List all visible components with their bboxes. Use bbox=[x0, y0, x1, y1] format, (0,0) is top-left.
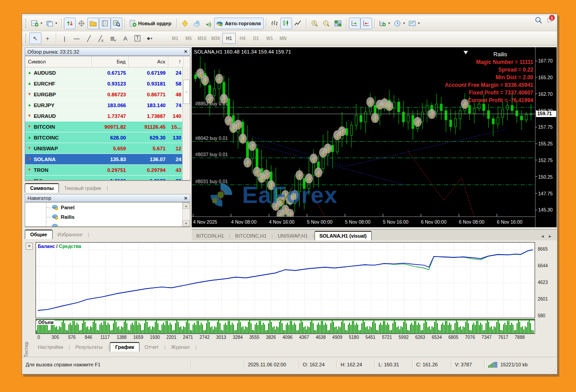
column-header-[interactable]: ! bbox=[168, 56, 184, 67]
channel-tool-button[interactable]: ╱E bbox=[95, 32, 107, 44]
bar-chart-button[interactable] bbox=[269, 18, 280, 29]
new-chart-button[interactable]: ▾ bbox=[29, 18, 44, 29]
resize-grip[interactable] bbox=[551, 368, 557, 374]
close-icon[interactable]: ✕ bbox=[184, 196, 188, 201]
tester-tab-результаты[interactable]: Результаты bbox=[70, 343, 108, 351]
timeframe-h1[interactable]: H1 bbox=[222, 33, 236, 44]
timeframe-m1[interactable]: M1 bbox=[168, 33, 182, 44]
market-watch-scrollbar[interactable]: ≡ bbox=[182, 67, 190, 180]
search-icon[interactable] bbox=[535, 17, 542, 24]
navigator-tab-избранное[interactable]: Избранное bbox=[53, 230, 88, 239]
timeframe-w1[interactable]: W1 bbox=[263, 33, 276, 44]
templates-button[interactable]: ▾ bbox=[407, 18, 422, 29]
balance-chart-box[interactable]: Баланс / Средства bbox=[36, 242, 535, 318]
strategy-tester-button[interactable] bbox=[111, 18, 122, 29]
timeframe-d1[interactable]: D1 bbox=[249, 33, 263, 44]
timeframe-h4[interactable]: H4 bbox=[236, 33, 249, 44]
navigator-item-partial[interactable] bbox=[25, 221, 190, 227]
balance-chart-legend: Баланс / Средства bbox=[38, 243, 81, 249]
column-header-бид[interactable]: Бид bbox=[92, 56, 129, 67]
new-order-button[interactable]: Новый ордер bbox=[127, 18, 174, 29]
price-axis[interactable]: 167.70165.20162.70160.20157.75155.25152.… bbox=[535, 47, 557, 227]
cursor-tool-button[interactable]: ↖ bbox=[29, 32, 41, 44]
market-watch-row-audusd[interactable]: ▲AUDUSD0.671750.6719924 bbox=[25, 68, 190, 78]
market-watch-row-eurgbp[interactable]: ▼EURGBP0.867230.8677148 bbox=[25, 89, 190, 100]
tester-tab-журнал[interactable]: Журнал bbox=[166, 343, 195, 351]
chart-window[interactable]: #8853 buy 0.01#8042 buy 0.01#8037 buy 0.… bbox=[192, 47, 557, 227]
tester-tab-настройки[interactable]: Настройки bbox=[33, 343, 68, 351]
time-axis-label: 5 Nov 16:00 bbox=[383, 219, 409, 225]
timeframe-m15[interactable]: M15 bbox=[195, 33, 209, 44]
status-empty-cell bbox=[191, 360, 244, 369]
crosshair-tool-button[interactable]: + bbox=[41, 32, 54, 44]
line-chart-button[interactable] bbox=[292, 18, 304, 29]
indicators-button[interactable]: ▾ bbox=[377, 18, 392, 29]
vline-icon: | bbox=[64, 35, 65, 42]
market-watch-row-bitcoin[interactable]: ▼BITCOIN90971.8291126.4515... bbox=[25, 122, 190, 132]
chart-tab-solana-h1-visual[interactable]: SOLANA,H1 (visual) bbox=[315, 231, 372, 240]
market-watch-row-bitcoinc[interactable]: ▲BITCOINC628.00629.30130 bbox=[25, 132, 190, 143]
navigator-button[interactable] bbox=[87, 18, 99, 29]
market-watch-tab-тиковый-график[interactable]: Тиковый график bbox=[59, 184, 106, 193]
autotrade-button[interactable]: Авто-торговля bbox=[214, 18, 264, 29]
toolbar-grip[interactable] bbox=[25, 19, 27, 28]
timeframe-mn[interactable]: MN bbox=[276, 33, 290, 44]
auto-scroll-button[interactable] bbox=[349, 18, 360, 29]
market-watch-row-tron[interactable]: ▼TRON0.297510.2979443 bbox=[25, 165, 190, 176]
terminal-button[interactable] bbox=[99, 18, 111, 29]
fibonacci-tool-button[interactable]: ≣F bbox=[107, 32, 119, 44]
scroll-right-icon[interactable]: ► bbox=[548, 234, 552, 239]
time-axis[interactable]: 4 Nov 20254 Nov 08:004 Nov 16:005 Nov 00… bbox=[192, 216, 535, 228]
mql5-button[interactable] bbox=[191, 18, 202, 29]
signals-button[interactable] bbox=[202, 18, 214, 29]
scroll-up-icon[interactable]: ▲ bbox=[183, 203, 189, 209]
scroll-down-icon[interactable]: ▼ bbox=[183, 220, 189, 226]
scroll-left-icon[interactable]: ◄ bbox=[540, 234, 544, 239]
vline-tool-button[interactable]: | bbox=[58, 32, 71, 44]
market-watch-button[interactable] bbox=[64, 18, 76, 29]
ea-info-line: Spread = 0.22 bbox=[445, 66, 533, 74]
timeframe-m30[interactable]: M30 bbox=[209, 33, 222, 44]
bid-cell: 5.659 bbox=[92, 146, 129, 151]
volume-chart-box[interactable]: Объем bbox=[36, 319, 535, 334]
market-watch-row-solana[interactable]: ▼SOLANA135.83136.0724 bbox=[25, 154, 190, 165]
timeframe-m5[interactable]: M5 bbox=[182, 33, 195, 44]
navigator-scrollbar[interactable]: ▲▼ bbox=[182, 203, 190, 226]
chart-tab-bitcoin-h1[interactable]: BITCOIN,H1 bbox=[192, 232, 229, 240]
navigator-item-railis[interactable]: Railis bbox=[25, 212, 190, 221]
text-tool-button[interactable]: A bbox=[119, 32, 131, 44]
market-watch-row-sui[interactable]: ▲SUI1.81001.813333 bbox=[25, 176, 190, 180]
navigator-item-panel[interactable]: Panel bbox=[25, 203, 190, 212]
tester-tab-график[interactable]: График bbox=[110, 342, 140, 351]
zoom-in-button[interactable] bbox=[309, 18, 320, 29]
scrollbar-thumb[interactable]: ≡ bbox=[183, 80, 190, 104]
chart-shift-button[interactable] bbox=[360, 18, 372, 29]
chart-tab-uniswap-h1[interactable]: UNISWAP,H1 bbox=[273, 232, 312, 240]
market-watch-row-eurjpy[interactable]: ▲EURJPY183.066183.14074 bbox=[25, 100, 190, 111]
column-header-символ[interactable]: Символ bbox=[25, 56, 92, 67]
column-header-аск[interactable]: Аск bbox=[129, 56, 168, 67]
data-window-button[interactable] bbox=[76, 18, 87, 29]
tester-tab-отчет[interactable]: Отчет bbox=[140, 343, 164, 351]
chart-tab-bitcoinc-h1[interactable]: BITCOINC,H1 bbox=[231, 232, 271, 240]
notifications-icon[interactable]: 1 bbox=[547, 17, 554, 24]
text-label-tool-button[interactable]: T bbox=[131, 32, 144, 44]
metaeditor-button[interactable] bbox=[179, 18, 191, 29]
close-icon[interactable]: ✕ bbox=[26, 243, 33, 250]
close-icon[interactable]: ✕ bbox=[184, 49, 188, 54]
tile-windows-button[interactable] bbox=[332, 18, 344, 29]
toolbar-grip[interactable] bbox=[25, 34, 27, 43]
market-watch-row-uniswap[interactable]: ▼UNISWAP5.6595.67112 bbox=[25, 143, 190, 154]
trendline-tool-button[interactable]: ╱ bbox=[83, 32, 95, 44]
market-watch-tab-символы[interactable]: Символы bbox=[25, 183, 59, 193]
time-axis-label: 5 Nov 00:00 bbox=[307, 219, 333, 225]
periods-button[interactable]: ▾ bbox=[392, 18, 407, 29]
market-watch-row-euraud[interactable]: ▼EURAUD1.737471.73887140 bbox=[25, 111, 190, 122]
shapes-tool-button[interactable]: ◆▾ bbox=[144, 32, 156, 44]
hline-tool-button[interactable]: — bbox=[71, 32, 83, 44]
navigator-tab-общие[interactable]: Общие bbox=[25, 230, 53, 239]
market-watch-row-eurchf[interactable]: ▲EURCHF0.931230.9318158 bbox=[25, 78, 190, 89]
candle-chart-button[interactable] bbox=[280, 18, 292, 29]
zoom-out-button[interactable] bbox=[320, 18, 332, 29]
profiles-button[interactable]: ▾ bbox=[44, 18, 59, 29]
